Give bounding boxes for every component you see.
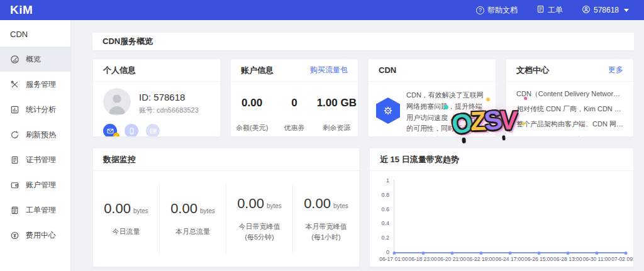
ticket-label: 工单 [548, 5, 563, 16]
account-card-body: 0.00 余额(美元) 0 优惠券 1.00 GB 剩余资源 [231, 82, 358, 133]
today-bandwidth-peak-value: 0.00 [237, 196, 264, 211]
coupon-value: 0 [273, 97, 315, 109]
page-title-text: CDN服务概览 [103, 36, 153, 47]
sidebar-item-ticket-mgmt[interactable]: 工单管理 [0, 197, 70, 223]
top-nav: ? 帮助文档 工单 578618 [476, 5, 629, 16]
account-card-header: 账户信息 购买流量包 [231, 59, 358, 82]
doc-link-item[interactable]: 整个产品架构由客户端、CDN 网络、企业源站、… [516, 116, 623, 131]
today-bandwidth-peak-stat: 0.00bytes 今日带宽峰值(每5分钟) [226, 184, 293, 254]
today-bandwidth-peak-sublabel: (每5分钟) [245, 233, 274, 241]
sidebar-item-service-mgmt[interactable]: 服务管理 [0, 72, 70, 97]
unit-label: bytes [333, 202, 348, 209]
coupon-stat: 0 优惠券 [273, 97, 315, 133]
today-traffic-stat: 0.00bytes 今日流量 [93, 184, 160, 254]
remaining-resource-label: 剩余资源 [316, 123, 358, 133]
cdn-product-card: CDN CDN，有效解决了互联网网络拥塞问题，提升终端用户访问速度，增强网站的可… [368, 58, 496, 137]
avatar [103, 88, 131, 118]
ticket-link[interactable]: 工单 [536, 5, 563, 16]
gauge-icon [10, 55, 19, 64]
sidebar-item-label: 统计分析 [26, 104, 56, 115]
month-traffic-label: 本月总流量 [175, 228, 210, 235]
help-icon: ? [476, 6, 484, 14]
unit-label: bytes [133, 207, 148, 214]
personal-card-header: 个人信息 [93, 59, 220, 82]
buy-traffic-pack-link[interactable]: 购买流量包 [310, 65, 348, 75]
month-bandwidth-peak-value: 0.00 [304, 196, 331, 211]
user-icon [582, 5, 591, 16]
account-menu[interactable]: 578618 [582, 5, 629, 16]
sidebar-item-refresh-prewarm[interactable]: 刷新预热 [0, 122, 70, 147]
month-bandwidth-peak-sublabel: (每1小时) [311, 233, 340, 241]
unit-label: bytes [200, 207, 215, 214]
ticket-icon [536, 5, 545, 15]
monitor-card-body: 0.00bytes 今日流量 0.00bytes 本月总流量 0.00bytes… [93, 171, 359, 267]
coupon-label: 优惠券 [273, 123, 315, 133]
sidebar-item-label: 工单管理 [26, 205, 56, 216]
trend-card-title: 近 15 日流量带宽趋势 [380, 154, 459, 165]
user-account-text: 账号: cdn56683523 [139, 106, 199, 115]
chart-plot-area: 10.80.60.40.20 [394, 180, 626, 253]
chevron-down-icon [624, 9, 629, 12]
doc-link-item[interactable]: CDN（Content Delivery Network），也即内容分发… [516, 86, 623, 101]
account-card-title: 账户信息 [241, 65, 274, 76]
sidebar: CDN 概览 服务管理 统计分析 刷新预热 [0, 20, 71, 271]
today-traffic-value: 0.00 [104, 201, 131, 216]
cdn-product-icon [376, 97, 400, 124]
email-verified-icon[interactable]: ✓ [103, 124, 117, 137]
month-traffic-value: 0.00 [170, 201, 197, 216]
docs-card-header: 文档中心 更多 [506, 59, 633, 82]
sidebar-item-label: 概览 [26, 54, 41, 65]
personal-info-card: 个人信息 ID: 578618 账号: cdn56683523 [92, 58, 221, 137]
monitor-card-header: 数据监控 [93, 148, 359, 171]
doc-link-item[interactable]: 相对传统 CDN 厂商，Kim CDN 服务完全实现全自… [516, 101, 623, 116]
trend-chart-body: 10.80.60.40.20 06-17 01:0006-18 23:0006-… [370, 171, 633, 267]
balance-stat: 0.00 余额(美元) [231, 97, 273, 133]
docs-card-body: CDN（Content Delivery Network），也即内容分发… 相对… [506, 82, 633, 137]
chart-line [394, 180, 626, 253]
idcard-icon[interactable] [146, 124, 160, 137]
phone-icon[interactable] [125, 124, 138, 137]
currency-icon [10, 231, 19, 240]
sidebar-item-label: 服务管理 [26, 79, 56, 90]
remaining-resource-value: 1.00 GB [316, 97, 358, 109]
sidebar-item-account-mgmt[interactable]: 账户管理 [0, 172, 70, 197]
main-content: CDN服务概览 个人信息 ID: 578618 账号: cdn56683523 [71, 20, 644, 271]
personal-card-title: 个人信息 [103, 65, 136, 76]
refresh-icon [10, 130, 19, 140]
sidebar-item-label: 证书管理 [26, 155, 56, 165]
month-bandwidth-peak-stat: 0.00bytes 本月带宽峰值(每1小时) [293, 184, 359, 254]
account-id: 578618 [594, 6, 619, 14]
docs-more-link[interactable]: 更多 [608, 65, 623, 75]
help-docs-link[interactable]: ? 帮助文档 [476, 5, 518, 16]
logo[interactable]: KiM [10, 3, 33, 17]
sidebar-item-label: 费用中心 [26, 230, 56, 241]
cdn-card-header: CDN [369, 59, 496, 82]
cdn-card-title: CDN [379, 65, 396, 75]
chart-x-axis: 06-17 01:0006-18 23:0006-20 21:0006-22 1… [394, 256, 626, 262]
balance-value: 0.00 [231, 97, 273, 109]
wallet-icon [10, 180, 19, 190]
trend-chart-card: 近 15 日流量带宽趋势 10.80.60.40.20 06-17 01:000… [369, 148, 634, 267]
sidebar-item-certificates[interactable]: 证书管理 [0, 147, 70, 172]
verified-badge-icon: ✓ [113, 133, 119, 137]
help-docs-label: 帮助文档 [487, 5, 518, 16]
sidebar-item-overview[interactable]: 概览 [0, 47, 70, 72]
certificate-icon [10, 155, 19, 165]
sidebar-item-label: 刷新预热 [26, 130, 56, 140]
today-bandwidth-peak-label: 今日带宽峰值 [239, 223, 280, 230]
trend-card-header: 近 15 日流量带宽趋势 [370, 148, 633, 171]
sidebar-item-label: 账户管理 [26, 180, 56, 191]
today-traffic-label: 今日流量 [113, 228, 140, 235]
page-title: CDN服务概览 [92, 33, 634, 50]
docs-center-card: 文档中心 更多 CDN（Content Delivery Network），也即… [506, 58, 634, 137]
sidebar-item-billing-center[interactable]: 费用中心 [0, 223, 70, 248]
sidebar-item-statistics[interactable]: 统计分析 [0, 97, 70, 122]
doc-link-item[interactable]: Kim全网加速服务完美融合了Kim对象存储和 CDN … [516, 132, 623, 137]
clipboard-icon [10, 206, 19, 215]
balance-label: 余额(美元) [231, 123, 273, 133]
account-info-card: 账户信息 购买流量包 0.00 余额(美元) 0 优惠券 1. [230, 58, 358, 137]
verification-icons: ✓ [103, 124, 210, 137]
chart-y-axis: 10.80.60.40.20 [375, 177, 392, 255]
app-root: KiM ? 帮助文档 工单 578618 CDN 概览 [0, 0, 644, 271]
remaining-resource-stat: 1.00 GB 剩余资源 [316, 97, 358, 133]
